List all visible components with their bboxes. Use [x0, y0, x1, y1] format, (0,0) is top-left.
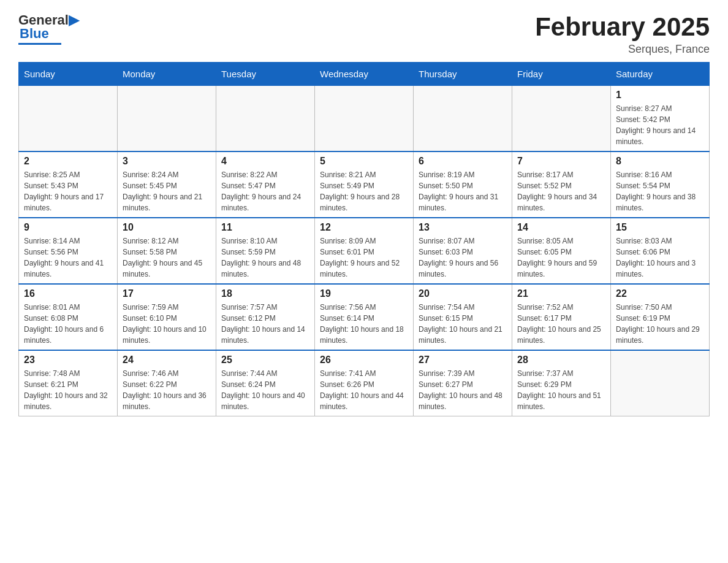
- day-cell: [611, 350, 710, 416]
- day-cell: [118, 86, 216, 152]
- week-row-4: 16Sunrise: 8:01 AMSunset: 6:08 PMDayligh…: [19, 284, 710, 350]
- day-info: Sunrise: 7:44 AMSunset: 6:24 PMDaylight:…: [221, 368, 309, 412]
- day-info: Sunrise: 8:14 AMSunset: 5:56 PMDaylight:…: [24, 236, 112, 280]
- day-cell: 25Sunrise: 7:44 AMSunset: 6:24 PMDayligh…: [216, 350, 315, 416]
- day-info: Sunrise: 7:46 AMSunset: 6:22 PMDaylight:…: [123, 368, 211, 412]
- day-cell: 9Sunrise: 8:14 AMSunset: 5:56 PMDaylight…: [19, 218, 118, 284]
- day-cell: [512, 86, 611, 152]
- day-info: Sunrise: 7:39 AMSunset: 6:27 PMDaylight:…: [419, 368, 507, 412]
- day-cell: 15Sunrise: 8:03 AMSunset: 6:06 PMDayligh…: [611, 218, 710, 284]
- day-number: 10: [123, 222, 211, 233]
- day-info: Sunrise: 8:12 AMSunset: 5:58 PMDaylight:…: [123, 236, 211, 280]
- day-info: Sunrise: 7:41 AMSunset: 6:26 PMDaylight:…: [320, 368, 408, 412]
- day-number: 1: [616, 90, 704, 101]
- title-block: February 2025 Serques, France: [535, 12, 710, 56]
- day-number: 7: [517, 156, 605, 167]
- day-cell: [315, 86, 414, 152]
- month-title: February 2025: [535, 12, 710, 42]
- day-number: 21: [517, 288, 605, 299]
- day-cell: 7Sunrise: 8:17 AMSunset: 5:52 PMDaylight…: [512, 151, 611, 218]
- day-info: Sunrise: 7:56 AMSunset: 6:14 PMDaylight:…: [320, 302, 408, 346]
- day-cell: 26Sunrise: 7:41 AMSunset: 6:26 PMDayligh…: [315, 350, 414, 416]
- day-number: 22: [616, 288, 704, 299]
- day-number: 16: [24, 288, 112, 299]
- day-cell: 5Sunrise: 8:21 AMSunset: 5:49 PMDaylight…: [315, 151, 414, 218]
- day-cell: 6Sunrise: 8:19 AMSunset: 5:50 PMDaylight…: [414, 151, 512, 218]
- day-info: Sunrise: 7:37 AMSunset: 6:29 PMDaylight:…: [517, 368, 605, 412]
- day-info: Sunrise: 7:52 AMSunset: 6:17 PMDaylight:…: [517, 302, 605, 346]
- day-info: Sunrise: 8:09 AMSunset: 6:01 PMDaylight:…: [320, 236, 408, 280]
- week-row-1: 1Sunrise: 8:27 AMSunset: 5:42 PMDaylight…: [19, 86, 710, 152]
- day-info: Sunrise: 8:17 AMSunset: 5:52 PMDaylight:…: [517, 169, 605, 213]
- day-info: Sunrise: 8:25 AMSunset: 5:43 PMDaylight:…: [24, 169, 112, 213]
- day-cell: 1Sunrise: 8:27 AMSunset: 5:42 PMDaylight…: [611, 86, 710, 152]
- day-number: 20: [419, 288, 507, 299]
- logo-underline: [18, 43, 61, 45]
- day-cell: 8Sunrise: 8:16 AMSunset: 5:54 PMDaylight…: [611, 151, 710, 218]
- col-thursday: Thursday: [414, 63, 512, 86]
- day-number: 2: [24, 156, 112, 167]
- day-cell: [414, 86, 512, 152]
- day-cell: 13Sunrise: 8:07 AMSunset: 6:03 PMDayligh…: [414, 218, 512, 284]
- day-cell: 11Sunrise: 8:10 AMSunset: 5:59 PMDayligh…: [216, 218, 315, 284]
- day-info: Sunrise: 8:10 AMSunset: 5:59 PMDaylight:…: [221, 236, 309, 280]
- day-number: 12: [320, 222, 408, 233]
- day-number: 14: [517, 222, 605, 233]
- day-number: 27: [419, 354, 507, 366]
- day-number: 6: [419, 156, 507, 167]
- day-info: Sunrise: 8:01 AMSunset: 6:08 PMDaylight:…: [24, 302, 112, 346]
- day-info: Sunrise: 8:05 AMSunset: 6:05 PMDaylight:…: [517, 236, 605, 280]
- day-cell: [216, 86, 315, 152]
- week-row-5: 23Sunrise: 7:48 AMSunset: 6:21 PMDayligh…: [19, 350, 710, 416]
- day-number: 15: [616, 222, 704, 233]
- col-tuesday: Tuesday: [216, 63, 315, 86]
- day-cell: 3Sunrise: 8:24 AMSunset: 5:45 PMDaylight…: [118, 151, 216, 218]
- logo-blue-word: Blue: [20, 26, 49, 42]
- col-saturday: Saturday: [611, 63, 710, 86]
- day-number: 4: [221, 156, 309, 167]
- day-info: Sunrise: 7:59 AMSunset: 6:10 PMDaylight:…: [123, 302, 211, 346]
- day-number: 8: [616, 156, 704, 167]
- logo-blue-text: ▶: [69, 12, 79, 28]
- day-number: 13: [419, 222, 507, 233]
- page-header: General▶ Blue February 2025 Serques, Fra…: [18, 12, 710, 56]
- day-info: Sunrise: 8:03 AMSunset: 6:06 PMDaylight:…: [616, 236, 704, 280]
- day-number: 11: [221, 222, 309, 233]
- day-cell: [19, 86, 118, 152]
- col-wednesday: Wednesday: [315, 63, 414, 86]
- col-friday: Friday: [512, 63, 611, 86]
- week-row-2: 2Sunrise: 8:25 AMSunset: 5:43 PMDaylight…: [19, 151, 710, 218]
- day-cell: 14Sunrise: 8:05 AMSunset: 6:05 PMDayligh…: [512, 218, 611, 284]
- day-cell: 12Sunrise: 8:09 AMSunset: 6:01 PMDayligh…: [315, 218, 414, 284]
- logo: General▶ Blue: [18, 12, 79, 45]
- day-info: Sunrise: 8:27 AMSunset: 5:42 PMDaylight:…: [616, 103, 704, 147]
- week-row-3: 9Sunrise: 8:14 AMSunset: 5:56 PMDaylight…: [19, 218, 710, 284]
- col-sunday: Sunday: [19, 63, 118, 86]
- day-cell: 23Sunrise: 7:48 AMSunset: 6:21 PMDayligh…: [19, 350, 118, 416]
- day-number: 23: [24, 354, 112, 366]
- day-number: 24: [123, 354, 211, 366]
- day-info: Sunrise: 8:24 AMSunset: 5:45 PMDaylight:…: [123, 169, 211, 213]
- day-number: 25: [221, 354, 309, 366]
- day-info: Sunrise: 8:07 AMSunset: 6:03 PMDaylight:…: [419, 236, 507, 280]
- calendar-header-row: Sunday Monday Tuesday Wednesday Thursday…: [19, 63, 710, 86]
- calendar-table: Sunday Monday Tuesday Wednesday Thursday…: [18, 62, 710, 416]
- day-number: 17: [123, 288, 211, 299]
- day-number: 19: [320, 288, 408, 299]
- col-monday: Monday: [118, 63, 216, 86]
- day-number: 26: [320, 354, 408, 366]
- day-cell: 4Sunrise: 8:22 AMSunset: 5:47 PMDaylight…: [216, 151, 315, 218]
- location: Serques, France: [535, 43, 710, 56]
- day-number: 5: [320, 156, 408, 167]
- day-cell: 20Sunrise: 7:54 AMSunset: 6:15 PMDayligh…: [414, 284, 512, 350]
- day-cell: 28Sunrise: 7:37 AMSunset: 6:29 PMDayligh…: [512, 350, 611, 416]
- day-cell: 18Sunrise: 7:57 AMSunset: 6:12 PMDayligh…: [216, 284, 315, 350]
- day-cell: 16Sunrise: 8:01 AMSunset: 6:08 PMDayligh…: [19, 284, 118, 350]
- day-cell: 27Sunrise: 7:39 AMSunset: 6:27 PMDayligh…: [414, 350, 512, 416]
- day-cell: 24Sunrise: 7:46 AMSunset: 6:22 PMDayligh…: [118, 350, 216, 416]
- day-cell: 22Sunrise: 7:50 AMSunset: 6:19 PMDayligh…: [611, 284, 710, 350]
- day-info: Sunrise: 7:50 AMSunset: 6:19 PMDaylight:…: [616, 302, 704, 346]
- day-number: 9: [24, 222, 112, 233]
- day-cell: 21Sunrise: 7:52 AMSunset: 6:17 PMDayligh…: [512, 284, 611, 350]
- day-info: Sunrise: 8:16 AMSunset: 5:54 PMDaylight:…: [616, 169, 704, 213]
